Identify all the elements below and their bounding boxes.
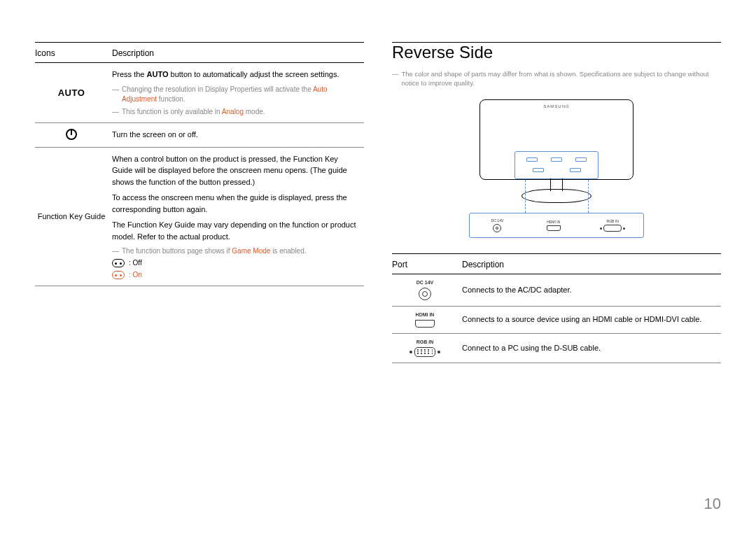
gm-on: : On bbox=[112, 269, 360, 280]
power-desc: Turn the screen on or off. bbox=[112, 122, 364, 147]
page-number: 10 bbox=[704, 495, 721, 513]
fkg-note: ―The function buttons page shows if Game… bbox=[112, 246, 360, 256]
auto-label: AUTO bbox=[58, 87, 85, 98]
port-panel bbox=[514, 151, 598, 179]
fkg-p2: To access the onscreen menu when the gui… bbox=[112, 192, 360, 215]
section-title: Reverse Side bbox=[392, 43, 721, 62]
dc-port-icon bbox=[419, 288, 431, 300]
row-fkg: Function Key Guide When a control button… bbox=[35, 147, 364, 286]
th-port: Port bbox=[392, 253, 462, 274]
dc-desc: Connects to the AC/DC adapter. bbox=[462, 274, 721, 306]
auto-desc-line1: Press the AUTO button to automatically a… bbox=[112, 69, 360, 80]
th-description: Description bbox=[112, 43, 364, 63]
rgb-desc: Connect to a PC using the D-SUB cable. bbox=[462, 333, 721, 363]
power-icon bbox=[66, 129, 77, 140]
row-power: Turn the screen on or off. bbox=[35, 122, 364, 147]
icons-table: Icons Description AUTO Press the AUTO bu… bbox=[35, 42, 364, 286]
auto-note2: ―This function is only available in Anal… bbox=[112, 107, 360, 117]
top-note: ―The color and shape of parts may differ… bbox=[392, 69, 721, 88]
fkg-p3: The Function Key Guide may vary dependin… bbox=[112, 219, 360, 242]
gm-off: : Off bbox=[112, 258, 360, 268]
hdmi-label: HDMI IN bbox=[392, 312, 458, 317]
row-auto: AUTO Press the AUTO button to automatica… bbox=[35, 63, 364, 123]
dc-label: DC 14V bbox=[392, 280, 458, 285]
ports-table: Port Description DC 14V Connects to the … bbox=[392, 253, 721, 363]
row-rgb: RGB IN Connect to a PC using the D-SUB c… bbox=[392, 333, 721, 363]
row-hdmi: HDMI IN Connects to a source device usin… bbox=[392, 306, 721, 333]
left-column: Icons Description AUTO Press the AUTO bu… bbox=[35, 42, 364, 506]
brand-label: SAMSUNG bbox=[543, 104, 569, 108]
th-port-description: Description bbox=[462, 253, 721, 274]
fkg-label: Function Key Guide bbox=[35, 147, 112, 286]
controller-icon-on bbox=[112, 271, 125, 279]
row-dc: DC 14V Connects to the AC/DC adapter. bbox=[392, 274, 721, 306]
reverse-side-diagram: SAMSUNG DC 14V HDMI IN RGB IN bbox=[438, 99, 676, 239]
port-detail-callout: DC 14V HDMI IN RGB IN bbox=[469, 213, 644, 238]
th-icons: Icons bbox=[35, 43, 112, 63]
right-column: Reverse Side ―The color and shape of par… bbox=[392, 42, 721, 506]
hdmi-desc: Connects to a source device using an HDM… bbox=[462, 306, 721, 333]
auto-note1: ―Changing the resolution in Display Prop… bbox=[112, 85, 360, 104]
rgb-label: RGB IN bbox=[392, 339, 458, 344]
controller-icon-off bbox=[112, 259, 125, 267]
hdmi-port-icon bbox=[415, 320, 435, 328]
fkg-p1: When a control button on the product is … bbox=[112, 153, 360, 188]
rgb-port-icon bbox=[392, 347, 458, 357]
